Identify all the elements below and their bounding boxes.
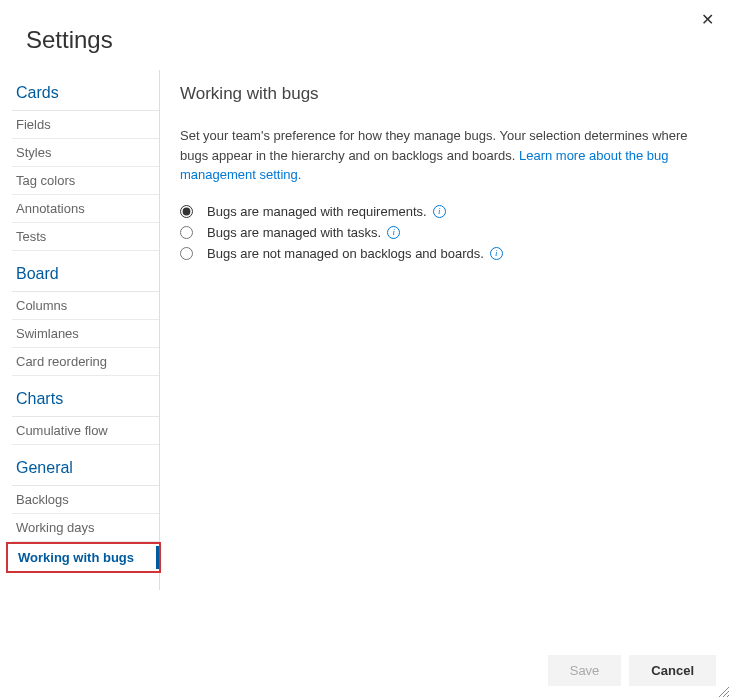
sidebar-item-styles[interactable]: Styles (12, 139, 159, 167)
save-button[interactable]: Save (548, 655, 622, 686)
sidebar: Cards Fields Styles Tag colors Annotatio… (0, 70, 160, 590)
sidebar-item-backlogs[interactable]: Backlogs (12, 486, 159, 514)
sidebar-section-cards: Cards (12, 70, 159, 111)
sidebar-item-cumulative-flow[interactable]: Cumulative flow (12, 417, 159, 445)
sidebar-item-swimlanes[interactable]: Swimlanes (12, 320, 159, 348)
sidebar-section-general: General (12, 445, 159, 486)
close-icon[interactable]: ✕ (701, 12, 714, 28)
sidebar-item-tests[interactable]: Tests (12, 223, 159, 251)
svg-line-2 (727, 695, 729, 697)
sidebar-item-columns[interactable]: Columns (12, 292, 159, 320)
radio-label: Bugs are managed with tasks. (207, 225, 381, 240)
description: Set your team's preference for how they … (180, 126, 704, 185)
radio-option-requirements[interactable]: Bugs are managed with requirements. i (180, 201, 704, 222)
radio-group: Bugs are managed with requirements. i Bu… (180, 201, 704, 264)
page-title: Settings (0, 0, 730, 60)
sidebar-item-tag-colors[interactable]: Tag colors (12, 167, 159, 195)
radio-input-not-managed[interactable] (180, 247, 193, 260)
info-icon[interactable]: i (433, 205, 446, 218)
radio-input-requirements[interactable] (180, 205, 193, 218)
cancel-button[interactable]: Cancel (629, 655, 716, 686)
info-icon[interactable]: i (387, 226, 400, 239)
sidebar-item-annotations[interactable]: Annotations (12, 195, 159, 223)
main-heading: Working with bugs (180, 84, 704, 104)
radio-option-not-managed[interactable]: Bugs are not managed on backlogs and boa… (180, 243, 704, 264)
highlight-box: Working with bugs (6, 542, 161, 573)
radio-input-tasks[interactable] (180, 226, 193, 239)
radio-label: Bugs are managed with requirements. (207, 204, 427, 219)
resize-grip-icon[interactable] (717, 685, 729, 697)
info-icon[interactable]: i (490, 247, 503, 260)
sidebar-section-board: Board (12, 251, 159, 292)
content-wrap: Cards Fields Styles Tag colors Annotatio… (0, 70, 730, 590)
sidebar-item-card-reordering[interactable]: Card reordering (12, 348, 159, 376)
sidebar-item-working-with-bugs[interactable]: Working with bugs (14, 546, 159, 569)
radio-option-tasks[interactable]: Bugs are managed with tasks. i (180, 222, 704, 243)
sidebar-section-charts: Charts (12, 376, 159, 417)
footer: Save Cancel (548, 655, 716, 686)
radio-label: Bugs are not managed on backlogs and boa… (207, 246, 484, 261)
main-panel: Working with bugs Set your team's prefer… (160, 70, 730, 590)
sidebar-item-fields[interactable]: Fields (12, 111, 159, 139)
sidebar-item-working-days[interactable]: Working days (12, 514, 159, 542)
